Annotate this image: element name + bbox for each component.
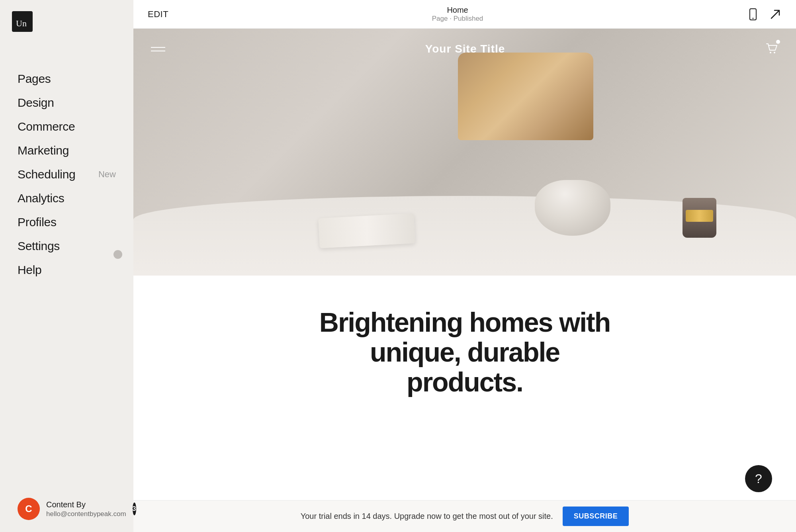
subscribe-button[interactable]: SUBSCRIBE: [563, 507, 629, 526]
topbar-left: EDIT: [148, 9, 168, 20]
external-link-icon: [769, 8, 782, 21]
notification-badge[interactable]: 3: [133, 503, 136, 515]
hamburger-line: [151, 51, 165, 51]
sidebar-item-analytics[interactable]: Analytics: [0, 186, 133, 210]
user-name: Content By: [46, 499, 126, 510]
svg-point-4: [770, 52, 771, 53]
sidebar-item-label: Marketing: [18, 144, 69, 157]
sidebar-item-profiles[interactable]: Profiles: [0, 210, 133, 234]
user-info: Content By hello@contentbypeak.com: [46, 499, 126, 518]
sidebar-item-label: Scheduling: [18, 168, 75, 181]
edit-button[interactable]: EDIT: [148, 9, 168, 20]
cart-dot: [776, 40, 780, 44]
hamburger-icon: [151, 47, 165, 51]
main-nav: Pages Design Commerce Marketing Scheduli…: [0, 43, 133, 486]
svg-point-3: [752, 18, 753, 19]
avatar: C: [18, 498, 40, 520]
cart-icon-wrapper: [765, 41, 778, 57]
trial-bar: Your trial ends in 14 days. Upgrade now …: [133, 500, 796, 532]
squarespace-logo: Un: [12, 11, 33, 32]
sidebar-item-pages[interactable]: Pages: [0, 67, 133, 91]
website-preview: Your Site Title Brightening h: [133, 29, 796, 500]
svg-text:Un: Un: [16, 18, 27, 28]
cup: [683, 198, 716, 238]
main-content: EDIT Home Page · Published: [133, 0, 796, 532]
svg-point-5: [774, 52, 775, 53]
sidebar-item-label: Profiles: [18, 215, 57, 229]
sidebar-item-label: Settings: [18, 239, 60, 253]
sidebar-item-design[interactable]: Design: [0, 91, 133, 115]
cart-icon: [765, 41, 778, 55]
help-button[interactable]: ?: [745, 465, 772, 492]
cup-band: [686, 210, 713, 222]
bowl: [535, 180, 610, 236]
mobile-preview-button[interactable]: [747, 8, 759, 21]
sidebar-item-label: Commerce: [18, 120, 75, 133]
mobile-icon: [747, 8, 759, 21]
open-external-button[interactable]: [769, 8, 782, 21]
page-status: Page · Published: [432, 15, 483, 23]
sidebar-item-label: Analytics: [18, 192, 64, 205]
sidebar-item-marketing[interactable]: Marketing: [0, 139, 133, 162]
sidebar: Un Pages Design Commerce Marketing Sched…: [0, 0, 133, 532]
new-badge: New: [98, 169, 116, 180]
user-profile-area[interactable]: C Content By hello@contentbypeak.com 3: [0, 486, 133, 532]
hero-section: Your Site Title: [133, 29, 796, 276]
hamburger-line: [151, 47, 165, 48]
preview-container[interactable]: Your Site Title Brightening h: [133, 29, 796, 500]
sidebar-item-scheduling[interactable]: Scheduling New: [0, 162, 133, 186]
topbar-right: [747, 8, 782, 21]
trial-message: Your trial ends in 14 days. Upgrade now …: [301, 512, 553, 521]
site-nav-overlay: Your Site Title: [133, 29, 796, 69]
sidebar-item-label: Pages: [18, 72, 51, 86]
towel: [318, 213, 415, 248]
scroll-indicator: [113, 250, 122, 259]
indicator-dot: [113, 250, 122, 259]
sidebar-item-commerce[interactable]: Commerce: [0, 115, 133, 139]
website-content: Brightening homes with unique, durable p…: [133, 276, 796, 421]
logo-area[interactable]: Un: [0, 0, 133, 43]
sidebar-item-label: Design: [18, 96, 54, 110]
sidebar-item-help[interactable]: Help: [0, 258, 133, 282]
page-title: Home: [432, 5, 483, 15]
topbar-center: Home Page · Published: [432, 5, 483, 23]
sidebar-item-label: Help: [18, 263, 42, 277]
site-title: Your Site Title: [425, 43, 505, 55]
topbar: EDIT Home Page · Published: [133, 0, 796, 29]
user-email: hello@contentbypeak.com: [46, 510, 126, 518]
hero-headline: Brightening homes with unique, durable p…: [309, 307, 620, 397]
